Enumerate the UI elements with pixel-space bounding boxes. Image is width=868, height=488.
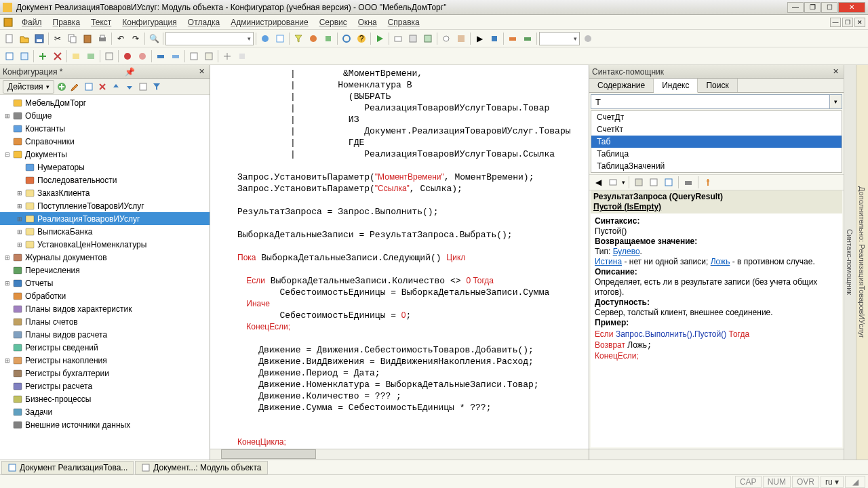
tree-item[interactable]: Обработки bbox=[0, 289, 210, 302]
link-istina[interactable]: Истина bbox=[595, 257, 622, 266]
tb-icon-12[interactable]: ▶ bbox=[473, 32, 486, 45]
tb2-10[interactable] bbox=[154, 49, 167, 63]
tb-icon-11[interactable] bbox=[454, 32, 468, 45]
tree-item[interactable]: Бизнес-процессы bbox=[0, 392, 210, 405]
doc-tab-2[interactable]: Документ...: Модуль объекта bbox=[135, 461, 267, 474]
tb-icon-5[interactable] bbox=[321, 32, 335, 45]
tb-icon-1[interactable] bbox=[258, 32, 272, 45]
menu-config[interactable]: Конфигурация bbox=[117, 16, 182, 29]
find-icon[interactable]: 🔍 bbox=[147, 32, 161, 45]
tree-item[interactable]: Планы счетов bbox=[0, 315, 210, 328]
menu-edit[interactable]: Правка bbox=[47, 16, 86, 29]
ht-settings-icon[interactable] bbox=[702, 176, 714, 188]
tb-icon-8[interactable] bbox=[406, 32, 420, 45]
help-hscroll[interactable] bbox=[589, 449, 844, 460]
menu-text[interactable]: Текст bbox=[85, 16, 117, 29]
tree-item[interactable]: Регистры бухгалтерии bbox=[0, 367, 210, 380]
index-item[interactable]: Таблица bbox=[591, 148, 842, 160]
tb2-11[interactable] bbox=[169, 49, 182, 63]
status-lang[interactable]: ru ▾ bbox=[821, 476, 844, 488]
tb-icon-7[interactable] bbox=[391, 32, 405, 45]
tb2-12[interactable] bbox=[187, 49, 201, 63]
tree-item[interactable]: ⊞УстановкаЦенНоменклатуры bbox=[0, 238, 210, 251]
tree-item[interactable]: ⊞Регистры накопления bbox=[0, 354, 210, 367]
doc-tab-1[interactable]: Документ РеализацияТова... bbox=[1, 461, 134, 474]
tb2-4[interactable] bbox=[51, 49, 64, 63]
tb2-15[interactable] bbox=[235, 49, 249, 63]
tree-item[interactable]: Нумераторы bbox=[0, 161, 210, 174]
tb2-1[interactable] bbox=[3, 49, 16, 63]
tree-item[interactable]: Константы bbox=[0, 122, 210, 135]
tab-search[interactable]: Поиск bbox=[698, 79, 737, 92]
tree-item[interactable]: Регистры расчета bbox=[0, 380, 210, 392]
index-item[interactable]: СчетДт bbox=[591, 111, 842, 123]
tb-icon-2[interactable] bbox=[273, 32, 287, 45]
status-resize[interactable]: ◢ bbox=[845, 476, 865, 488]
cut-icon[interactable]: ✂ bbox=[51, 32, 64, 45]
tb-icon-14[interactable] bbox=[506, 32, 519, 45]
new-icon[interactable] bbox=[3, 32, 16, 45]
index-dropdown-icon[interactable]: ▾ bbox=[830, 94, 842, 109]
tb2-13[interactable] bbox=[202, 49, 216, 63]
mdi-minimize[interactable]: — bbox=[830, 18, 841, 27]
tb-combo-2[interactable] bbox=[539, 32, 580, 45]
tb-icon-9[interactable] bbox=[421, 32, 435, 45]
tb2-3[interactable] bbox=[36, 49, 50, 63]
tree-item[interactable]: ⊞ЗаказКлиента bbox=[0, 186, 210, 199]
tree-item[interactable]: ⊞Общие bbox=[0, 109, 210, 122]
tb-icon-16[interactable] bbox=[581, 32, 595, 45]
run-icon[interactable] bbox=[373, 32, 387, 45]
tree-item[interactable]: ⊟Документы bbox=[0, 148, 210, 161]
menu-windows[interactable]: Окна bbox=[353, 16, 382, 29]
ht-2[interactable] bbox=[648, 176, 660, 188]
maximize-button[interactable]: ☐ bbox=[821, 2, 837, 13]
back-icon[interactable]: ◀ bbox=[592, 176, 604, 188]
tree-item[interactable]: ⊞ПоступлениеТоваровИУслуг bbox=[0, 199, 210, 212]
tree-item[interactable]: Регистры сведений bbox=[0, 341, 210, 354]
fwd-icon[interactable] bbox=[607, 176, 619, 188]
tab-index[interactable]: Индекс bbox=[654, 79, 698, 93]
ht-3[interactable] bbox=[663, 176, 675, 188]
hscrollbar[interactable] bbox=[210, 449, 589, 460]
menu-help[interactable]: Справка bbox=[382, 16, 425, 29]
tb2-14[interactable] bbox=[220, 49, 234, 63]
open-icon[interactable] bbox=[18, 32, 31, 45]
tb-icon-13[interactable] bbox=[488, 32, 501, 45]
tree-item[interactable]: Перечисления bbox=[0, 264, 210, 277]
tb2-6[interactable] bbox=[84, 49, 98, 63]
menu-admin[interactable]: Администрирование bbox=[225, 16, 313, 29]
menu-debug[interactable]: Отладка bbox=[182, 16, 225, 29]
index-list[interactable]: СчетДтСчетКтТабТаблицаТаблицаЗначений bbox=[591, 110, 842, 173]
ht-1[interactable] bbox=[633, 176, 645, 188]
tree-item[interactable]: Планы видов характеристик bbox=[0, 302, 210, 315]
tb2-7[interactable] bbox=[102, 49, 116, 63]
save-icon[interactable] bbox=[33, 32, 46, 45]
tree-item[interactable]: Справочники bbox=[0, 135, 210, 148]
config-panel-pin-icon[interactable]: 📌 bbox=[125, 67, 135, 77]
index-item[interactable]: ТаблицаЗначений bbox=[591, 160, 842, 172]
tree-item[interactable]: Планы видов расчета bbox=[0, 328, 210, 341]
ht-print-icon[interactable] bbox=[682, 176, 694, 188]
delete-icon[interactable] bbox=[96, 81, 108, 93]
restore-button[interactable]: ❐ bbox=[804, 2, 821, 13]
edit-icon[interactable] bbox=[69, 81, 81, 93]
paste-icon[interactable] bbox=[81, 32, 94, 45]
tb-icon-15[interactable] bbox=[521, 32, 534, 45]
actions-button[interactable]: Действия▾ bbox=[3, 80, 54, 94]
search-combo[interactable] bbox=[165, 32, 254, 45]
index-input[interactable] bbox=[591, 94, 830, 109]
config-panel-close[interactable]: ✕ bbox=[197, 67, 207, 76]
help-icon[interactable]: ? bbox=[355, 32, 368, 45]
breakpoint-icon[interactable] bbox=[121, 49, 134, 63]
sort-icon[interactable] bbox=[137, 81, 149, 93]
tb2-9[interactable] bbox=[136, 49, 149, 63]
syntax-helper-close[interactable]: ✕ bbox=[831, 67, 841, 76]
tb2-2[interactable] bbox=[18, 49, 31, 63]
code-editor[interactable]: | &МоментВремени, | Номенклатура В | (ВЫ… bbox=[210, 65, 589, 449]
minimize-button[interactable]: — bbox=[787, 2, 804, 13]
print-icon[interactable] bbox=[96, 32, 109, 45]
close-button[interactable]: ✕ bbox=[838, 2, 865, 13]
tb2-5[interactable] bbox=[69, 49, 83, 63]
tree-item[interactable]: ⊞ВыпискаБанка bbox=[0, 225, 210, 238]
config-tree[interactable]: МебельДомТорг⊞ОбщиеКонстантыСправочники⊟… bbox=[0, 95, 210, 460]
